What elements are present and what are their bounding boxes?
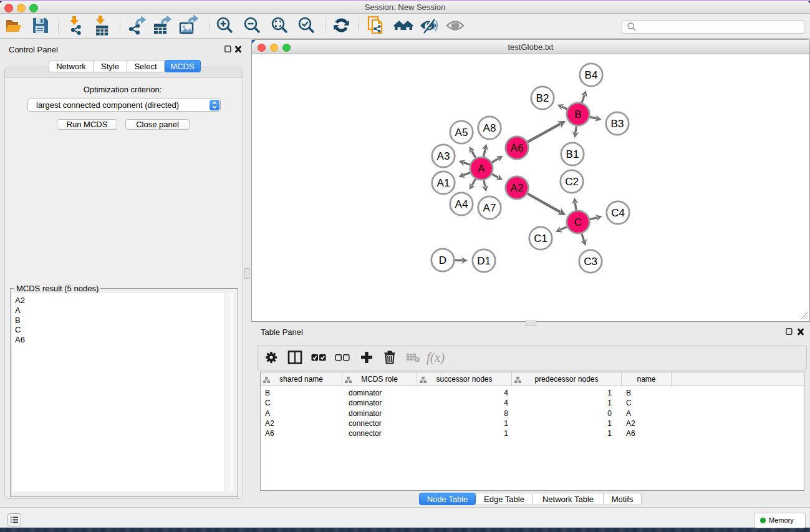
svg-text:B1: B1 <box>566 148 579 160</box>
svg-text:C1: C1 <box>534 233 547 244</box>
svg-text:A1: A1 <box>437 177 450 189</box>
svg-text:A6: A6 <box>511 142 524 154</box>
svg-text:B: B <box>574 109 581 120</box>
svg-text:f(x): f(x) <box>427 350 445 365</box>
svg-text:B2: B2 <box>536 92 549 104</box>
svg-text:A5: A5 <box>455 127 468 138</box>
svg-text:A8: A8 <box>483 122 496 134</box>
svg-text:A3: A3 <box>437 150 450 162</box>
svg-text:D: D <box>439 254 446 266</box>
svg-text:C3: C3 <box>584 256 597 268</box>
svg-text:C4: C4 <box>611 207 625 219</box>
svg-text:A: A <box>478 163 485 175</box>
svg-text:C: C <box>574 216 582 228</box>
svg-text:A7: A7 <box>483 202 496 214</box>
svg-text:B3: B3 <box>611 118 624 130</box>
svg-text:D1: D1 <box>477 255 491 267</box>
svg-text:A4: A4 <box>455 198 468 210</box>
svg-text:B4: B4 <box>585 69 598 81</box>
svg-text:C2: C2 <box>565 176 579 188</box>
svg-text:A2: A2 <box>511 182 524 194</box>
